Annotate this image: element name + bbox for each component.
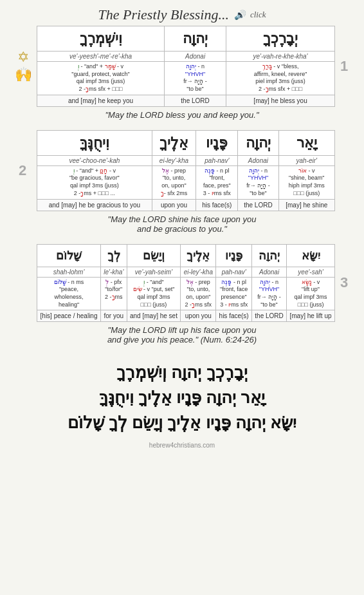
right-star-2 (335, 130, 354, 211)
en-3-5: his face(s) (216, 310, 252, 322)
en-2-3: his face(s) (196, 199, 238, 211)
hebrew-row-2: וִיחֻנֶּךָּ אֵלֶיךָ פָּנָיו יְהוָה יָאֵר (37, 130, 335, 155)
tr-2-5: yah-eir' (278, 155, 335, 165)
translit-row-2: vee'-choo-ne'-kah ei-ley'-kha pah-nav' A… (37, 155, 335, 165)
tr-3-2: le'-kha' (101, 267, 127, 277)
tr-3-1: shah-lohm' (37, 267, 101, 277)
hw-3-7: יִשָּׂא (289, 246, 332, 265)
blessing-3-section: שָׁלוֹם לְךָ וְיָשֵׂם אֵלֶיךָ פָּנָיו יְ… (10, 244, 354, 350)
hw-3-6: יְהוָה (255, 246, 284, 265)
section-number-3: 3 (340, 274, 349, 291)
hw-3-2: לְךָ (104, 246, 124, 265)
grammar-1-3: וְ - "and" + שָׁמַר - v "guard, protect,… (37, 62, 165, 95)
gr-3-1: שָׁלוֹם - n ms "peace, wholeness, healin… (37, 277, 101, 310)
click-label: click (250, 10, 266, 20)
grammar-1-1: בָּרַךְ - v "bless, affirm, kneel, rever… (226, 62, 335, 95)
sound-icon[interactable]: 🔊 (234, 10, 245, 21)
en-3-1: [his] peace / healing (37, 310, 101, 322)
grammar-row-1: וְ - "and" + שָׁמַר - v "guard, protect,… (37, 62, 335, 95)
hw-3-4: אֵלֶיךָ (183, 246, 213, 265)
hebrew-word-1-1: יְבָרֶכְךָ (229, 28, 332, 50)
final-hebrew-line-3: יִשָּׂא יְהוָה פָּנָיו אֵלֶיךָ וְיָשֵׂם … (68, 410, 296, 435)
grammar-row-3: שָׁלוֹם - n ms "peace, wholeness, healin… (37, 277, 335, 310)
section-number-1: 1 (340, 58, 349, 75)
blessing-2-table: וִיחֻנֶּךָּ אֵלֶיךָ פָּנָיו יְהוָה יָאֵר… (37, 130, 335, 211)
tr-3-3: ve'-yah-seim' (127, 267, 181, 277)
right-num-3: 3 (335, 244, 354, 323)
en-3-4: upon you (181, 310, 216, 322)
tr-3-4: ei-ley'-kha (181, 267, 216, 277)
translit-1-3: ve'-yeesh'-me'-re'-kha (37, 52, 165, 62)
blessing-3-table: שָׁלוֹם לְךָ וְיָשֵׂם אֵלֶיךָ פָּנָיו יְ… (37, 244, 335, 323)
gr-3-5: פָּנֶה - n pl "front, face presence" יו … (216, 277, 252, 310)
en-2-1: and [may] he be gracious to you (37, 199, 152, 211)
translit-1-2: Adonai (165, 52, 226, 62)
quote-3: "May the LORD lift up his face upon you … (104, 325, 260, 345)
hebrew-row-1: וִישְׁמְרֶךָ יְהוָה יְבָרֶכְךָ (37, 26, 335, 52)
blessing-2-section: 2 וִיחֻנֶּךָּ אֵלֶיךָ פָּנָיו יְהוָה יָא… (10, 130, 354, 239)
hw-2-2: אֵלֶיךָ (155, 132, 194, 154)
translit-1-1: ye'-vah-re-khe-kha' (226, 52, 335, 62)
blessing-1-table: וִישְׁמְרֶךָ יְהוָה יְבָרֶכְךָ ve'-yeesh… (37, 26, 335, 107)
en-3-2: for you (101, 310, 127, 322)
tr-3-7: yee'-sah' (287, 267, 335, 277)
hw-3-5: פָּנָיו (219, 246, 249, 265)
final-hebrew-line-1: יְבָרֶכְךָ יְהוָה וְיִשְׁמְרֶךָ (68, 360, 296, 385)
translit-row-3: shah-lohm' le'-kha' ve'-yah-seim' ei-ley… (37, 267, 335, 277)
quote-1: "May the LORD bless you and keep you." (102, 110, 262, 120)
gr-3-2: לְ - pfx "to/for" ךָ- 2ms (101, 277, 127, 310)
gr-2-4: יְהוָה - n "YHVH" fr→ הָיָה - "to be" (238, 165, 278, 199)
grammar-row-2: וְ - "and" + חָנַן - v "be gracious, fav… (37, 165, 335, 199)
gr-2-2: אֶל - prep "to, unto, on, upon" ךָ- sfx … (152, 165, 196, 199)
quote-2: "May the LORD shine his face upon you an… (105, 214, 260, 234)
en-2-2: upon you (152, 199, 196, 211)
blessing-2-table-wrapper: וִיחֻנֶּךָּ אֵלֶיךָ פָּנָיו יְהוָה יָאֵר… (37, 130, 335, 211)
gr-3-3: וְ - "and" שִׂים - v "put, set" qal impf… (127, 277, 181, 310)
blessing-1-table-wrapper: וִישְׁמְרֶךָ יְהוָה יְבָרֶכְךָ ve'-yeesh… (37, 26, 335, 107)
en-3-7: [may] he lift up (287, 310, 335, 322)
gr-3-4: אֶל - prep "to, unto, on, upon" ךָ- 2ms … (181, 277, 216, 310)
en-2-4: the LORD (238, 199, 278, 211)
right-num-1: 1 (335, 26, 354, 107)
final-hebrew-line-2: יָאֵר יְהוָה פָּנָיו אֵלֶיךָ וִיחֻנֶּךָּ (68, 385, 296, 410)
english-row-3: [his] peace / healing for you and [may] … (37, 310, 335, 322)
grammar-1-2: יְהוָה - n "YHVH" fr→ הָיָה - "to be" (165, 62, 226, 95)
english-row-2: and [may] he be gracious to you upon you… (37, 199, 335, 211)
blessing-3-table-wrapper: שָׁלוֹם לְךָ וְיָשֵׂם אֵלֶיךָ פָּנָיו יְ… (37, 244, 335, 323)
hw-2-3: פָּנָיו (199, 132, 235, 154)
english-1-3: and [may] he keep you (37, 95, 165, 106)
final-hebrew-block: יְבָרֶכְךָ יְהוָה וְיִשְׁמְרֶךָ יָאֵר יְ… (61, 360, 303, 435)
gr-2-1: וְ - "and" + חָנַן - v "be gracious, fav… (37, 165, 152, 199)
blessing-1-section: ✡🙌 וִישְׁמְרֶךָ יְהוָה יְבָרֶכְךָ ve'-ye… (10, 26, 354, 125)
tr-2-1: vee'-choo-ne'-kah (37, 155, 152, 165)
english-row-1: and [may] he keep you the LORD [may] he … (37, 95, 335, 106)
gr-3-7: נָשָׂא - v "lift up" qal impf 3ms □□□ (j… (287, 277, 335, 310)
tr-3-5: pah-nav' (216, 267, 252, 277)
english-1-1: [may] he bless you (226, 95, 335, 106)
tr-2-4: Adonai (238, 155, 278, 165)
left-deco-3 (10, 244, 37, 323)
hebrew-row-3: שָׁלוֹם לְךָ וְיָשֵׂם אֵלֶיךָ פָּנָיו יְ… (37, 244, 335, 267)
footer: hebrew4christians.com (149, 442, 215, 449)
left-star-1: ✡🙌 (10, 26, 37, 107)
tr-2-3: pah-nav' (196, 155, 238, 165)
left-num-2: 2 (10, 130, 37, 211)
translit-row-1: ve'-yeesh'-me'-re'-kha Adonai ye'-vah-re… (37, 52, 335, 62)
en-2-5: [may] he shine (278, 199, 335, 211)
hebrew-word-1-3: וִישְׁמְרֶךָ (40, 28, 161, 50)
hw-2-5: יָאֵר (282, 132, 332, 154)
page-title: The Priestly Blessing... 🔊 click (98, 6, 266, 23)
gr-3-6: יְהוָה - n "YHVH" fr→ הָיָה - "to be" (252, 277, 287, 310)
hebrew-word-1-2: יְהוָה (167, 28, 223, 50)
tr-3-6: Adonai (252, 267, 287, 277)
hw-2-1: וִיחֻנֶּךָּ (40, 132, 149, 154)
tr-2-2: ei-ley'-kha (152, 155, 196, 165)
hw-2-4: יְהוָה (241, 132, 275, 154)
hw-3-1: שָׁלוֹם (40, 246, 98, 265)
en-3-3: and [may] he set (127, 310, 181, 322)
gr-2-3: פָּנֶה - n pl "front, face, pres" יו - 3… (196, 165, 238, 199)
en-3-6: the LORD (252, 310, 287, 322)
english-1-2: the LORD (165, 95, 226, 106)
gr-2-5: אוֹר - v "shine, beam" hiph impf 3ms □□□… (278, 165, 335, 199)
hw-3-3: וְיָשֵׂם (130, 246, 178, 265)
